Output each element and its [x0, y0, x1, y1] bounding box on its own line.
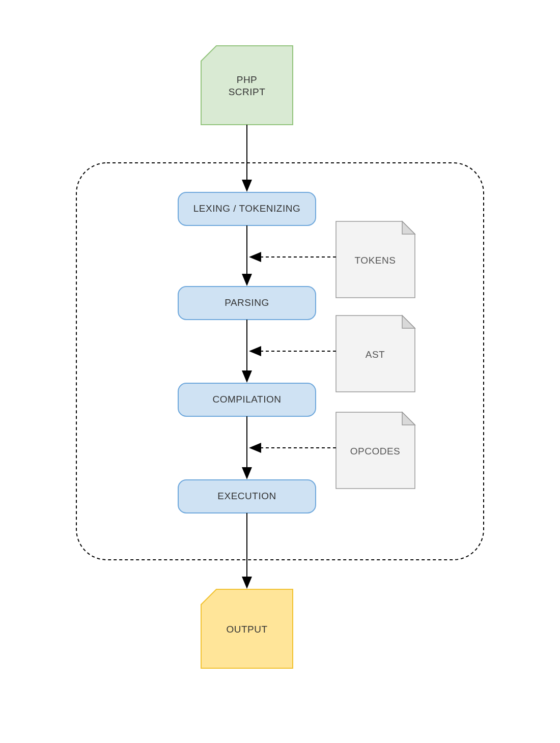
artifact-ast-label: AST	[366, 349, 385, 360]
stage-execution-label: EXECUTION	[217, 491, 276, 501]
stage-parsing-label: PARSING	[225, 297, 269, 308]
artifact-tokens-label: TOKENS	[355, 255, 396, 266]
input-block: PHP SCRIPT	[201, 46, 293, 125]
flowchart-canvas: PHP SCRIPT LEXING / TOKENIZING TOKENS PA…	[0, 0, 560, 743]
output-block: OUTPUT	[201, 589, 293, 668]
artifact-opcodes-label: OPCODES	[350, 446, 401, 456]
stage-lexing-label: LEXING / TOKENIZING	[193, 203, 300, 214]
output-label: OUTPUT	[226, 624, 267, 635]
stage-compilation-label: COMPILATION	[213, 394, 282, 405]
input-label-line1: PHP	[237, 74, 258, 85]
artifact-tokens: TOKENS	[336, 221, 415, 298]
input-label-line2: SCRIPT	[229, 87, 266, 97]
artifact-ast: AST	[336, 316, 415, 392]
artifact-opcodes: OPCODES	[336, 412, 415, 489]
